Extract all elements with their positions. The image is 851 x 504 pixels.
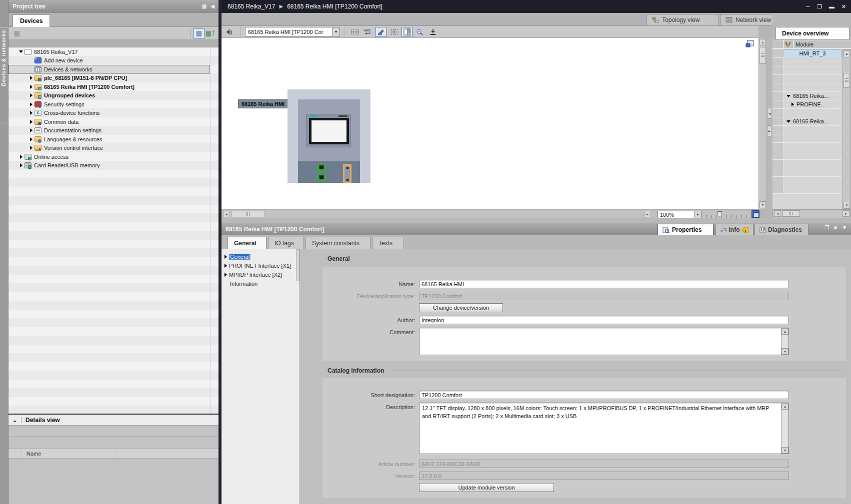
minimize-icon[interactable]: ─ [806, 3, 810, 10]
split-columns-icon[interactable] [402, 27, 412, 37]
dashed-selection-icon[interactable] [388, 27, 400, 37]
mpi-dp-connector-icon[interactable] [343, 164, 352, 183]
module-row-device[interactable]: 68165 Reika... [772, 117, 842, 126]
module-row-empty[interactable] [772, 134, 842, 143]
tree-item-add-new-device[interactable]: ✶ Add new device [8, 56, 210, 65]
tree-item-online-access[interactable]: Online access [8, 152, 210, 161]
expander-right-icon[interactable] [30, 120, 32, 124]
zoom-level-dropdown[interactable]: 100% ▼ [658, 211, 702, 218]
tree-item-plc[interactable]: plc_68165 [IM151-8 PN/DP CPU] [8, 74, 210, 83]
scroll-up-icon[interactable]: ▲ [782, 328, 788, 335]
module-row-empty[interactable] [772, 185, 842, 194]
module-row-empty[interactable] [772, 177, 842, 185]
expander-down-icon[interactable] [19, 50, 23, 53]
scroll-thumb[interactable] [844, 73, 850, 88]
expander-right-icon[interactable] [224, 264, 227, 268]
tree-item-devices-networks[interactable]: Devices & networks [8, 65, 210, 74]
expander-right-icon[interactable] [30, 146, 32, 150]
tab-texts[interactable]: Texts [372, 237, 404, 249]
expander-down-icon[interactable] [786, 95, 790, 97]
expander-right-icon[interactable] [30, 85, 32, 89]
collapse-panel-icon[interactable]: ◀ [210, 4, 214, 9]
zoom-slider[interactable] [706, 210, 748, 218]
scroll-right-icon[interactable]: ► [842, 210, 850, 217]
scroll-down-icon[interactable]: ▼ [760, 201, 766, 208]
expand-right-icon[interactable]: ► [767, 125, 772, 136]
expander-right-icon[interactable] [30, 93, 32, 97]
overview-horizontal-scrollbar[interactable]: ◄ ► [772, 209, 851, 218]
tab-info[interactable]: i Info i [716, 224, 754, 236]
nav-scrollbar[interactable] [296, 249, 300, 281]
tree-item-card-reader[interactable]: Card Reader/USB memory [8, 161, 210, 170]
module-row-empty[interactable] [772, 58, 842, 66]
tree-item-hmi[interactable]: 68165 Reika HMI [TP1200 Comfort] [8, 82, 210, 91]
close-icon[interactable]: ✕ [842, 3, 846, 10]
tree-item-languages-resources[interactable]: Languages & resources [8, 135, 210, 144]
module-row-empty[interactable] [772, 160, 842, 168]
fit-to-window-icon[interactable] [752, 210, 760, 218]
scroll-thumb[interactable] [231, 211, 265, 217]
module-row-empty[interactable] [772, 168, 842, 177]
change-device-version-button[interactable]: Change device/version [419, 303, 503, 312]
module-row-empty[interactable] [772, 66, 842, 75]
overview-vertical-scrollbar[interactable]: ▲ ▼ [842, 49, 851, 210]
details-col-name[interactable]: Name [20, 449, 116, 458]
module-column-header[interactable]: Module [794, 40, 851, 48]
restore-icon[interactable]: ❐ [817, 3, 822, 10]
expander-right-icon[interactable] [20, 155, 22, 159]
expander-right-icon[interactable] [224, 255, 227, 259]
scroll-up-icon[interactable]: ▲ [782, 403, 788, 410]
scroll-thumb[interactable] [782, 210, 800, 217]
scroll-left-icon[interactable]: ◄ [223, 211, 230, 217]
expander-right-icon[interactable] [30, 111, 32, 115]
tab-topology-view[interactable]: Topology view [646, 14, 719, 26]
tree-item-documentation-settings[interactable]: Documentation settings [8, 126, 210, 135]
maximize-editor-icon[interactable] [746, 40, 754, 47]
vertical-editor-tab[interactable]: Devices & networks [0, 30, 6, 86]
comment-textarea[interactable]: ▲ ▼ [419, 328, 789, 355]
hmi-device-label[interactable]: 68165 Reika HMI [238, 99, 288, 108]
pin-panel-icon[interactable]: ▥ [202, 4, 206, 9]
dropdown-arrow-icon[interactable]: ▼ [694, 211, 701, 218]
scroll-down-icon[interactable]: ▼ [782, 447, 788, 454]
tree-item-project[interactable]: 68165 Reika_V17 [8, 47, 210, 56]
module-row-device[interactable]: 68165 Reika... [772, 92, 842, 100]
network-device-icon[interactable] [224, 27, 236, 37]
module-row-empty[interactable] [772, 151, 842, 160]
tree-item-ungrouped-devices[interactable]: Ungrouped devices [8, 91, 210, 100]
tree-item-common-data[interactable]: Common data [8, 117, 210, 126]
tab-diagnostics[interactable]: Diagnostics [754, 224, 808, 236]
tab-devices[interactable]: Devices [12, 14, 50, 27]
panel-menu-icon[interactable]: ≡ [834, 225, 837, 230]
overview-splitter[interactable]: ◄ ► [767, 38, 772, 218]
nav-item-information[interactable]: Information [222, 279, 296, 288]
scroll-left-icon[interactable]: ◄ [774, 210, 781, 217]
expander-right-icon[interactable] [30, 76, 32, 80]
scroll-down-icon[interactable]: ▼ [782, 348, 788, 355]
module-row-empty[interactable] [772, 83, 842, 92]
scroll-up-icon[interactable]: ▲ [844, 50, 850, 57]
module-row-empty[interactable] [772, 109, 842, 117]
profinet-port-1-icon[interactable] [318, 164, 326, 171]
breadcrumb-device[interactable]: 68165 Reika HMI [TP1200 Comfort] [287, 3, 382, 10]
tree-item-security-settings[interactable]: Security settings [8, 100, 210, 109]
add-device-table-icon[interactable]: ▦ [12, 28, 22, 38]
scroll-up-icon[interactable]: ▲ [760, 39, 766, 46]
scroll-right-icon[interactable]: ► [644, 211, 651, 217]
chevron-down-icon[interactable]: ⌄ [8, 417, 22, 423]
dropdown-arrow-icon[interactable]: ▼ [332, 27, 340, 36]
expander-right-icon[interactable] [792, 102, 794, 106]
expander-right-icon[interactable] [30, 102, 32, 106]
hmi-device-graphic[interactable] [288, 89, 370, 183]
tab-io-tags[interactable]: IO tags [268, 237, 304, 249]
expander-right-icon[interactable] [30, 137, 32, 141]
textarea-scrollbar[interactable]: ▲ ▼ [781, 328, 788, 355]
expander-right-icon[interactable] [20, 163, 22, 167]
measure-width-icon[interactable] [350, 27, 360, 37]
tree-item-version-control[interactable]: A Version control interface [8, 144, 210, 153]
rename-tag-icon[interactable]: NAME [362, 27, 374, 37]
author-input[interactable]: Inteqnion [419, 316, 789, 324]
collapse-left-icon[interactable]: ◄ [767, 108, 772, 119]
tree-item-cross-device-functions[interactable]: x Cross-device functions [8, 109, 210, 118]
tab-properties[interactable]: Properties [658, 224, 714, 236]
